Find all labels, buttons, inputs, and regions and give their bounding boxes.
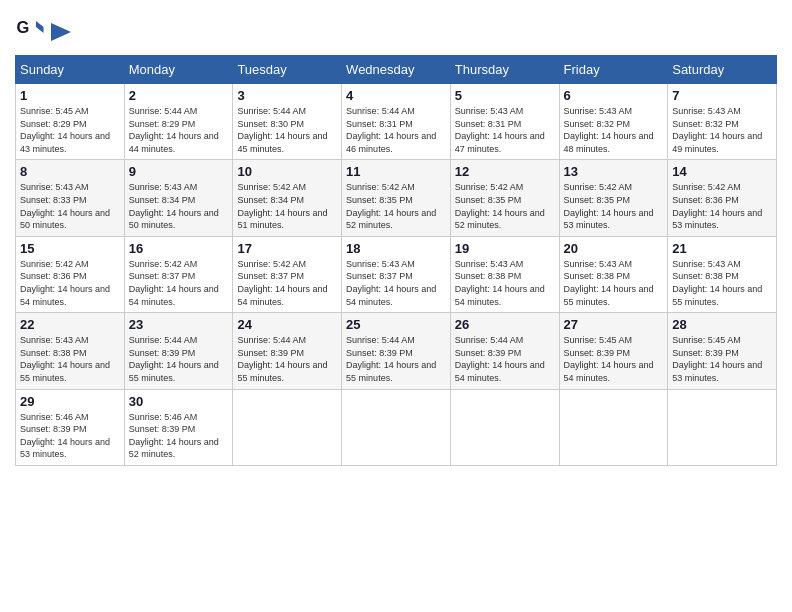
day-number: 7 bbox=[672, 88, 772, 103]
calendar-cell: 12 Sunrise: 5:42 AM Sunset: 8:35 PM Dayl… bbox=[450, 160, 559, 236]
day-info: Sunrise: 5:43 AM Sunset: 8:38 PM Dayligh… bbox=[20, 334, 120, 384]
calendar-cell: 29 Sunrise: 5:46 AM Sunset: 8:39 PM Dayl… bbox=[16, 389, 125, 465]
day-number: 20 bbox=[564, 241, 664, 256]
day-info: Sunrise: 5:42 AM Sunset: 8:37 PM Dayligh… bbox=[237, 258, 337, 308]
calendar-cell: 11 Sunrise: 5:42 AM Sunset: 8:35 PM Dayl… bbox=[342, 160, 451, 236]
calendar-cell: 16 Sunrise: 5:42 AM Sunset: 8:37 PM Dayl… bbox=[124, 236, 233, 312]
calendar-cell: 3 Sunrise: 5:44 AM Sunset: 8:30 PM Dayli… bbox=[233, 84, 342, 160]
calendar-week-row: 22 Sunrise: 5:43 AM Sunset: 8:38 PM Dayl… bbox=[16, 313, 777, 389]
day-number: 3 bbox=[237, 88, 337, 103]
calendar-cell: 21 Sunrise: 5:43 AM Sunset: 8:38 PM Dayl… bbox=[668, 236, 777, 312]
logo-arrow-icon bbox=[51, 23, 71, 41]
day-number: 4 bbox=[346, 88, 446, 103]
day-info: Sunrise: 5:44 AM Sunset: 8:29 PM Dayligh… bbox=[129, 105, 229, 155]
calendar-cell: 8 Sunrise: 5:43 AM Sunset: 8:33 PM Dayli… bbox=[16, 160, 125, 236]
calendar-cell bbox=[342, 389, 451, 465]
day-number: 12 bbox=[455, 164, 555, 179]
calendar-week-row: 8 Sunrise: 5:43 AM Sunset: 8:33 PM Dayli… bbox=[16, 160, 777, 236]
calendar-cell: 25 Sunrise: 5:44 AM Sunset: 8:39 PM Dayl… bbox=[342, 313, 451, 389]
day-info: Sunrise: 5:42 AM Sunset: 8:35 PM Dayligh… bbox=[564, 181, 664, 231]
calendar-cell: 15 Sunrise: 5:42 AM Sunset: 8:36 PM Dayl… bbox=[16, 236, 125, 312]
logo: G bbox=[15, 15, 71, 45]
day-info: Sunrise: 5:42 AM Sunset: 8:35 PM Dayligh… bbox=[346, 181, 446, 231]
calendar-cell: 26 Sunrise: 5:44 AM Sunset: 8:39 PM Dayl… bbox=[450, 313, 559, 389]
svg-marker-2 bbox=[36, 27, 44, 33]
day-info: Sunrise: 5:43 AM Sunset: 8:38 PM Dayligh… bbox=[455, 258, 555, 308]
svg-marker-3 bbox=[51, 23, 71, 41]
calendar-cell: 18 Sunrise: 5:43 AM Sunset: 8:37 PM Dayl… bbox=[342, 236, 451, 312]
weekday-header-sunday: Sunday bbox=[16, 56, 125, 84]
day-number: 8 bbox=[20, 164, 120, 179]
day-number: 14 bbox=[672, 164, 772, 179]
day-number: 28 bbox=[672, 317, 772, 332]
calendar-cell: 2 Sunrise: 5:44 AM Sunset: 8:29 PM Dayli… bbox=[124, 84, 233, 160]
weekday-header-saturday: Saturday bbox=[668, 56, 777, 84]
day-info: Sunrise: 5:44 AM Sunset: 8:39 PM Dayligh… bbox=[237, 334, 337, 384]
weekday-header-wednesday: Wednesday bbox=[342, 56, 451, 84]
day-info: Sunrise: 5:44 AM Sunset: 8:39 PM Dayligh… bbox=[455, 334, 555, 384]
calendar-cell bbox=[668, 389, 777, 465]
calendar-cell: 19 Sunrise: 5:43 AM Sunset: 8:38 PM Dayl… bbox=[450, 236, 559, 312]
svg-text:G: G bbox=[17, 18, 30, 36]
day-info: Sunrise: 5:44 AM Sunset: 8:39 PM Dayligh… bbox=[129, 334, 229, 384]
day-number: 2 bbox=[129, 88, 229, 103]
day-number: 9 bbox=[129, 164, 229, 179]
page-header: G bbox=[15, 15, 777, 45]
day-number: 11 bbox=[346, 164, 446, 179]
day-info: Sunrise: 5:43 AM Sunset: 8:31 PM Dayligh… bbox=[455, 105, 555, 155]
weekday-header-tuesday: Tuesday bbox=[233, 56, 342, 84]
calendar-cell: 6 Sunrise: 5:43 AM Sunset: 8:32 PM Dayli… bbox=[559, 84, 668, 160]
day-info: Sunrise: 5:42 AM Sunset: 8:36 PM Dayligh… bbox=[20, 258, 120, 308]
calendar-table: SundayMondayTuesdayWednesdayThursdayFrid… bbox=[15, 55, 777, 466]
day-number: 16 bbox=[129, 241, 229, 256]
calendar-cell bbox=[450, 389, 559, 465]
calendar-cell: 20 Sunrise: 5:43 AM Sunset: 8:38 PM Dayl… bbox=[559, 236, 668, 312]
day-number: 25 bbox=[346, 317, 446, 332]
calendar-cell: 10 Sunrise: 5:42 AM Sunset: 8:34 PM Dayl… bbox=[233, 160, 342, 236]
day-number: 6 bbox=[564, 88, 664, 103]
day-number: 17 bbox=[237, 241, 337, 256]
day-number: 22 bbox=[20, 317, 120, 332]
day-number: 5 bbox=[455, 88, 555, 103]
day-number: 10 bbox=[237, 164, 337, 179]
calendar-cell bbox=[233, 389, 342, 465]
day-number: 19 bbox=[455, 241, 555, 256]
weekday-header-friday: Friday bbox=[559, 56, 668, 84]
day-number: 1 bbox=[20, 88, 120, 103]
weekday-header-thursday: Thursday bbox=[450, 56, 559, 84]
calendar-cell: 1 Sunrise: 5:45 AM Sunset: 8:29 PM Dayli… bbox=[16, 84, 125, 160]
calendar-cell: 17 Sunrise: 5:42 AM Sunset: 8:37 PM Dayl… bbox=[233, 236, 342, 312]
day-info: Sunrise: 5:43 AM Sunset: 8:37 PM Dayligh… bbox=[346, 258, 446, 308]
day-number: 21 bbox=[672, 241, 772, 256]
calendar-week-row: 29 Sunrise: 5:46 AM Sunset: 8:39 PM Dayl… bbox=[16, 389, 777, 465]
day-info: Sunrise: 5:46 AM Sunset: 8:39 PM Dayligh… bbox=[129, 411, 229, 461]
calendar-cell: 28 Sunrise: 5:45 AM Sunset: 8:39 PM Dayl… bbox=[668, 313, 777, 389]
day-info: Sunrise: 5:43 AM Sunset: 8:33 PM Dayligh… bbox=[20, 181, 120, 231]
calendar-cell bbox=[559, 389, 668, 465]
calendar-body: 1 Sunrise: 5:45 AM Sunset: 8:29 PM Dayli… bbox=[16, 84, 777, 466]
day-info: Sunrise: 5:43 AM Sunset: 8:32 PM Dayligh… bbox=[564, 105, 664, 155]
day-info: Sunrise: 5:42 AM Sunset: 8:36 PM Dayligh… bbox=[672, 181, 772, 231]
day-info: Sunrise: 5:42 AM Sunset: 8:37 PM Dayligh… bbox=[129, 258, 229, 308]
calendar-cell: 27 Sunrise: 5:45 AM Sunset: 8:39 PM Dayl… bbox=[559, 313, 668, 389]
day-info: Sunrise: 5:44 AM Sunset: 8:30 PM Dayligh… bbox=[237, 105, 337, 155]
day-number: 30 bbox=[129, 394, 229, 409]
day-info: Sunrise: 5:42 AM Sunset: 8:35 PM Dayligh… bbox=[455, 181, 555, 231]
day-info: Sunrise: 5:45 AM Sunset: 8:39 PM Dayligh… bbox=[672, 334, 772, 384]
weekday-header-row: SundayMondayTuesdayWednesdayThursdayFrid… bbox=[16, 56, 777, 84]
calendar-cell: 23 Sunrise: 5:44 AM Sunset: 8:39 PM Dayl… bbox=[124, 313, 233, 389]
day-number: 15 bbox=[20, 241, 120, 256]
calendar-cell: 22 Sunrise: 5:43 AM Sunset: 8:38 PM Dayl… bbox=[16, 313, 125, 389]
day-info: Sunrise: 5:44 AM Sunset: 8:39 PM Dayligh… bbox=[346, 334, 446, 384]
day-number: 13 bbox=[564, 164, 664, 179]
calendar-week-row: 15 Sunrise: 5:42 AM Sunset: 8:36 PM Dayl… bbox=[16, 236, 777, 312]
calendar-cell: 30 Sunrise: 5:46 AM Sunset: 8:39 PM Dayl… bbox=[124, 389, 233, 465]
day-info: Sunrise: 5:45 AM Sunset: 8:29 PM Dayligh… bbox=[20, 105, 120, 155]
calendar-cell: 14 Sunrise: 5:42 AM Sunset: 8:36 PM Dayl… bbox=[668, 160, 777, 236]
day-info: Sunrise: 5:43 AM Sunset: 8:38 PM Dayligh… bbox=[672, 258, 772, 308]
calendar-week-row: 1 Sunrise: 5:45 AM Sunset: 8:29 PM Dayli… bbox=[16, 84, 777, 160]
day-info: Sunrise: 5:44 AM Sunset: 8:31 PM Dayligh… bbox=[346, 105, 446, 155]
day-number: 18 bbox=[346, 241, 446, 256]
calendar-cell: 9 Sunrise: 5:43 AM Sunset: 8:34 PM Dayli… bbox=[124, 160, 233, 236]
weekday-header-monday: Monday bbox=[124, 56, 233, 84]
